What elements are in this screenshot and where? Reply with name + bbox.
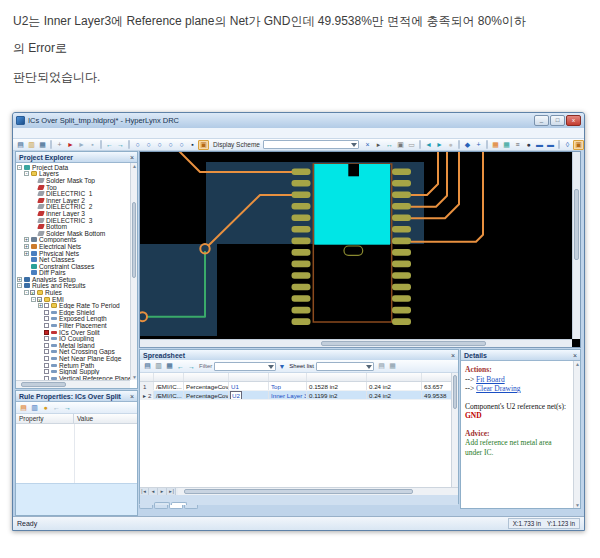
ic-link[interactable]: U1 [231,383,239,390]
close-icon[interactable]: × [573,352,577,359]
nav-icon[interactable]: ◊ [562,140,573,150]
close-icon[interactable]: × [130,393,134,400]
rule-checkbox[interactable] [44,323,49,328]
last-sheet-button[interactable]: ►| [167,488,176,495]
/EMI/IC...[interactable]: 1 /EMI/IC... PercentageCovera... U1 Top … [140,382,458,391]
net-icon[interactable]: ◆ [462,140,473,150]
toolbar-icon[interactable] [100,140,102,149]
tree-item[interactable]: Edge Shield [16,309,130,316]
probe-right-icon[interactable]: ► [434,140,445,150]
mail-icon[interactable]: ▭ [406,140,417,150]
grid-column-header[interactable] [154,373,184,381]
save-icon[interactable]: ▦ [37,140,48,150]
tree-item[interactable]: Diff Pairs [16,270,130,277]
grid-column-header[interactable] [269,373,307,381]
prev-sheet-button[interactable]: ◄ [149,488,158,495]
forward-icon[interactable]: → [115,140,126,150]
tree-item[interactable]: Net Classes [16,256,130,263]
step-icon[interactable]: ► [76,140,87,150]
add-icon[interactable]: + [473,140,484,150]
open-file-icon[interactable]: ▥ [26,140,37,150]
filter-combo[interactable] [214,362,276,371]
camera-icon[interactable]: ▣ [395,140,406,150]
scheme-toggle-icon[interactable]: ▣ [573,140,584,150]
toolbar-icon[interactable] [458,140,460,149]
back-icon[interactable]: ← [175,361,186,371]
tree-item[interactable]: DIELECTRIC_3 [16,217,130,224]
rp-icon-1[interactable]: ▤ [18,403,29,413]
expander-icon[interactable] [38,303,43,308]
details-vertical-scrollbar[interactable]: ▲ ▼ [573,361,580,508]
layer-link[interactable]: Inner Layer 3 [271,392,307,399]
tree-item[interactable]: Physical Nets [16,250,130,257]
expander-icon[interactable] [24,290,29,295]
report-icon[interactable]: ≡ [512,140,523,150]
tree-item[interactable]: Signal Supply [16,368,130,375]
forward-icon[interactable]: → [186,361,197,371]
tree-item[interactable]: Edge Rate To Period [16,302,130,309]
next-sheet-button[interactable]: ► [158,488,167,495]
tree-item[interactable]: IO Coupling [16,335,130,342]
grid-horizontal-scrollbar[interactable] [178,488,458,495]
expander-icon[interactable] [24,171,29,176]
copy-icon[interactable]: ▦ [164,361,175,371]
minimize-button[interactable]: _ [534,115,549,126]
toolbar-icon[interactable] [128,140,130,149]
drc-grid-icon[interactable]: ▦ [490,140,501,150]
tree-item[interactable]: Inner Layer 2 [16,197,130,204]
rp-icon-2[interactable]: ▥ [29,403,40,413]
action-link[interactable]: Clear Drawing [476,384,520,393]
grid-column-header[interactable] [140,373,154,381]
tree-item[interactable]: Filter Placement [16,322,130,329]
tree-item[interactable]: Return Path [16,362,130,369]
rule-checkbox[interactable] [44,343,49,348]
pan-icon[interactable]: ↔ [384,140,395,150]
/EMI/IC...[interactable]: ►2 /EMI/IC... PercentageCovera... U2 Inn… [140,391,458,400]
grid-column-header[interactable] [422,373,453,381]
probe-left-icon[interactable]: ◄ [423,140,434,150]
close-icon[interactable]: × [451,352,455,359]
toolbar-icon[interactable] [558,140,560,149]
sheet-list-combo[interactable] [316,362,374,371]
rule-checkbox[interactable] [37,297,42,302]
filter-funnel-icon[interactable]: ▼ [276,361,287,371]
rule-checkbox[interactable] [44,330,49,335]
scroll-down-icon[interactable]: ▼ [131,374,138,380]
export-icon[interactable]: ▤ [142,361,153,371]
layer-link[interactable]: Top [271,383,281,390]
zoom-fit-icon[interactable]: ○ [165,140,176,150]
tree-item[interactable]: DIELECTRIC_1 [16,190,130,197]
tree-item[interactable]: Net Near Plane Edge [16,355,130,362]
zoom-in-icon[interactable]: ○ [132,140,143,150]
select-icon[interactable]: ▸ [373,140,384,150]
pcb-horizontal-scrollbar[interactable] [140,339,572,347]
rule-checkbox[interactable] [44,310,49,315]
tool-icon[interactable]: + [54,140,65,150]
tree-vertical-scrollbar[interactable]: ▲ ▼ [130,163,137,380]
rp-forward-icon[interactable]: → [62,403,73,413]
action-link[interactable]: Fit Board [476,375,505,384]
grid-column-header[interactable] [229,373,269,381]
run-icon[interactable]: ► [65,140,76,150]
tree-item[interactable]: Layers [16,171,130,178]
tree-item[interactable]: Bottom [16,223,130,230]
toolbar-icon[interactable] [419,140,421,149]
tree-item[interactable]: Inner Layer 3 [16,210,130,217]
tree-item[interactable]: DIELECTRIC_2 [16,204,130,211]
rp-back-icon[interactable]: ← [51,403,62,413]
grid-column-header[interactable] [184,373,229,381]
close-icon[interactable]: × [130,154,134,161]
rule-checkbox[interactable] [44,316,49,321]
tree-item[interactable]: Components [16,237,130,244]
drc-teal-icon[interactable]: ▦ [501,140,512,150]
sheet-grid-icon[interactable]: ▤ [376,361,387,371]
display-scheme-combo[interactable] [263,140,359,149]
pcb-vertical-scrollbar[interactable] [572,152,580,339]
tree-item[interactable]: EMI [16,296,130,303]
tree-item[interactable]: Constraint Classes [16,263,130,270]
new-file-icon[interactable]: ▤ [15,140,26,150]
back-icon[interactable]: ← [104,140,115,150]
ic-link[interactable]: U2 [231,392,241,399]
rule-checkbox[interactable] [44,349,49,354]
tree-item[interactable]: Rules [16,289,130,296]
